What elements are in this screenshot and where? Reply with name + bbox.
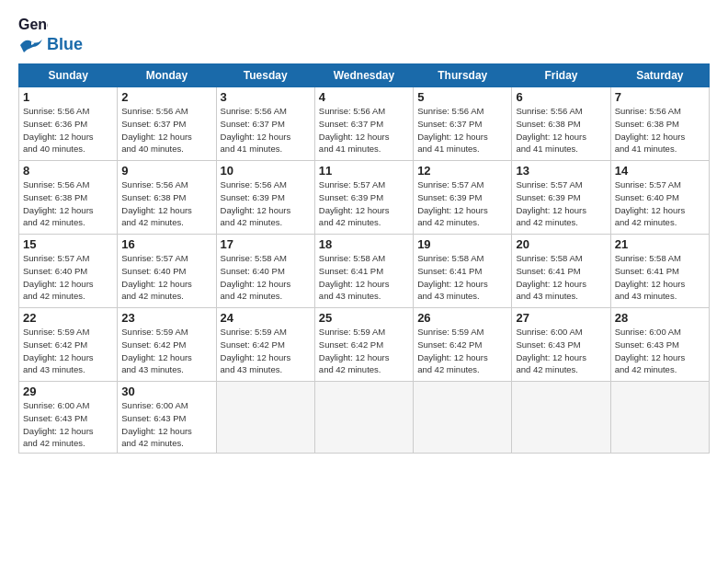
day-info: Sunrise: 5:59 AM Sunset: 6:42 PM Dayligh… [417,326,507,376]
day-info: Sunrise: 6:00 AM Sunset: 6:43 PM Dayligh… [121,399,211,450]
weekday-header-cell: Wednesday [314,64,413,87]
calendar: SundayMondayTuesdayWednesdayThursdayFrid… [18,63,710,454]
day-number: 14 [615,164,705,178]
calendar-day-cell: 29Sunrise: 6:00 AM Sunset: 6:43 PM Dayli… [19,382,118,454]
calendar-day-cell: 15Sunrise: 5:57 AM Sunset: 6:40 PM Dayli… [19,235,118,308]
calendar-week-row: 29Sunrise: 6:00 AM Sunset: 6:43 PM Dayli… [19,382,710,454]
calendar-day-cell: 6Sunrise: 5:56 AM Sunset: 6:38 PM Daylig… [512,87,610,161]
day-number: 12 [417,164,507,178]
day-info: Sunrise: 5:59 AM Sunset: 6:42 PM Dayligh… [221,326,311,376]
calendar-day-cell: 11Sunrise: 5:57 AM Sunset: 6:39 PM Dayli… [314,161,413,235]
day-number: 17 [221,237,311,251]
day-info: Sunrise: 5:57 AM Sunset: 6:39 PM Dayligh… [516,178,606,229]
day-number: 19 [417,237,507,251]
calendar-day-cell: 9Sunrise: 5:56 AM Sunset: 6:38 PM Daylig… [118,161,216,235]
calendar-day-cell: 21Sunrise: 5:58 AM Sunset: 6:41 PM Dayli… [610,235,709,308]
day-info: Sunrise: 5:56 AM Sunset: 6:37 PM Dayligh… [319,105,409,155]
svg-text:General: General [18,17,48,32]
bird-icon [18,36,44,54]
day-info: Sunrise: 5:57 AM Sunset: 6:39 PM Dayligh… [417,178,507,229]
calendar-day-cell [314,382,413,454]
day-info: Sunrise: 5:58 AM Sunset: 6:41 PM Dayligh… [319,252,409,303]
day-number: 24 [221,311,311,325]
calendar-day-cell: 18Sunrise: 5:58 AM Sunset: 6:41 PM Dayli… [314,235,413,308]
day-number: 25 [319,311,409,325]
day-number: 6 [516,90,606,104]
calendar-day-cell: 24Sunrise: 5:59 AM Sunset: 6:42 PM Dayli… [216,308,314,382]
weekday-header-cell: Sunday [19,64,118,87]
day-number: 30 [121,385,211,398]
day-info: Sunrise: 5:57 AM Sunset: 6:39 PM Dayligh… [319,178,409,229]
day-number: 23 [121,311,211,325]
page: General Blue SundayMondayTuesdayWednesda… [0,0,728,563]
day-info: Sunrise: 5:58 AM Sunset: 6:40 PM Dayligh… [221,252,311,303]
day-info: Sunrise: 5:56 AM Sunset: 6:38 PM Dayligh… [615,105,705,155]
day-info: Sunrise: 5:56 AM Sunset: 6:36 PM Dayligh… [23,105,113,155]
calendar-day-cell: 2Sunrise: 5:56 AM Sunset: 6:37 PM Daylig… [118,87,216,161]
day-info: Sunrise: 5:57 AM Sunset: 6:40 PM Dayligh… [121,252,211,303]
logo: General Blue [18,15,83,54]
calendar-day-cell [414,382,512,454]
calendar-day-cell: 27Sunrise: 6:00 AM Sunset: 6:43 PM Dayli… [512,308,610,382]
day-info: Sunrise: 5:57 AM Sunset: 6:40 PM Dayligh… [23,252,113,303]
day-number: 10 [221,164,311,178]
day-info: Sunrise: 5:58 AM Sunset: 6:41 PM Dayligh… [417,252,507,303]
calendar-day-cell: 10Sunrise: 5:56 AM Sunset: 6:39 PM Dayli… [216,161,314,235]
day-number: 11 [319,164,409,178]
day-info: Sunrise: 6:00 AM Sunset: 6:43 PM Dayligh… [23,399,113,450]
day-number: 1 [23,90,113,104]
day-number: 8 [23,164,113,178]
day-info: Sunrise: 5:57 AM Sunset: 6:40 PM Dayligh… [615,178,705,229]
calendar-week-row: 1Sunrise: 5:56 AM Sunset: 6:36 PM Daylig… [19,87,710,161]
day-info: Sunrise: 6:00 AM Sunset: 6:43 PM Dayligh… [615,326,705,376]
day-number: 4 [319,90,409,104]
header: General Blue [18,15,710,54]
calendar-day-cell: 20Sunrise: 5:58 AM Sunset: 6:41 PM Dayli… [512,235,610,308]
weekday-header-cell: Friday [512,64,610,87]
day-number: 15 [23,237,113,251]
day-number: 20 [516,237,606,251]
calendar-week-row: 22Sunrise: 5:59 AM Sunset: 6:42 PM Dayli… [19,308,710,382]
calendar-day-cell: 5Sunrise: 5:56 AM Sunset: 6:37 PM Daylig… [414,87,512,161]
day-info: Sunrise: 5:56 AM Sunset: 6:37 PM Dayligh… [221,105,311,155]
calendar-day-cell [216,382,314,454]
weekday-header-cell: Thursday [414,64,512,87]
calendar-week-row: 15Sunrise: 5:57 AM Sunset: 6:40 PM Dayli… [19,235,710,308]
calendar-day-cell: 8Sunrise: 5:56 AM Sunset: 6:38 PM Daylig… [19,161,118,235]
day-number: 5 [417,90,507,104]
calendar-header-row: SundayMondayTuesdayWednesdayThursdayFrid… [19,64,710,87]
day-number: 13 [516,164,606,178]
day-info: Sunrise: 5:56 AM Sunset: 6:39 PM Dayligh… [221,178,311,229]
day-number: 18 [319,237,409,251]
calendar-body: 1Sunrise: 5:56 AM Sunset: 6:36 PM Daylig… [19,87,710,454]
calendar-day-cell: 7Sunrise: 5:56 AM Sunset: 6:38 PM Daylig… [610,87,709,161]
day-number: 7 [615,90,705,104]
day-number: 28 [615,311,705,325]
weekday-header-cell: Saturday [610,64,709,87]
day-info: Sunrise: 5:59 AM Sunset: 6:42 PM Dayligh… [121,326,211,376]
calendar-day-cell: 4Sunrise: 5:56 AM Sunset: 6:37 PM Daylig… [314,87,413,161]
calendar-day-cell: 12Sunrise: 5:57 AM Sunset: 6:39 PM Dayli… [414,161,512,235]
day-info: Sunrise: 5:56 AM Sunset: 6:38 PM Dayligh… [516,105,606,155]
calendar-day-cell: 14Sunrise: 5:57 AM Sunset: 6:40 PM Dayli… [610,161,709,235]
day-info: Sunrise: 6:00 AM Sunset: 6:43 PM Dayligh… [516,326,606,376]
day-info: Sunrise: 5:58 AM Sunset: 6:41 PM Dayligh… [615,252,705,303]
logo-icon: General [18,15,48,35]
calendar-day-cell: 28Sunrise: 6:00 AM Sunset: 6:43 PM Dayli… [610,308,709,382]
day-info: Sunrise: 5:58 AM Sunset: 6:41 PM Dayligh… [516,252,606,303]
day-number: 27 [516,311,606,325]
calendar-week-row: 8Sunrise: 5:56 AM Sunset: 6:38 PM Daylig… [19,161,710,235]
calendar-day-cell: 23Sunrise: 5:59 AM Sunset: 6:42 PM Dayli… [118,308,216,382]
day-number: 29 [23,385,113,398]
calendar-day-cell: 19Sunrise: 5:58 AM Sunset: 6:41 PM Dayli… [414,235,512,308]
logo-blue-text: Blue [47,35,83,54]
calendar-day-cell [512,382,610,454]
day-number: 26 [417,311,507,325]
calendar-day-cell: 25Sunrise: 5:59 AM Sunset: 6:42 PM Dayli… [314,308,413,382]
calendar-day-cell: 26Sunrise: 5:59 AM Sunset: 6:42 PM Dayli… [414,308,512,382]
day-info: Sunrise: 5:56 AM Sunset: 6:38 PM Dayligh… [23,178,113,229]
calendar-day-cell: 3Sunrise: 5:56 AM Sunset: 6:37 PM Daylig… [216,87,314,161]
calendar-day-cell: 22Sunrise: 5:59 AM Sunset: 6:42 PM Dayli… [19,308,118,382]
weekday-header-cell: Monday [118,64,216,87]
day-info: Sunrise: 5:59 AM Sunset: 6:42 PM Dayligh… [23,326,113,376]
